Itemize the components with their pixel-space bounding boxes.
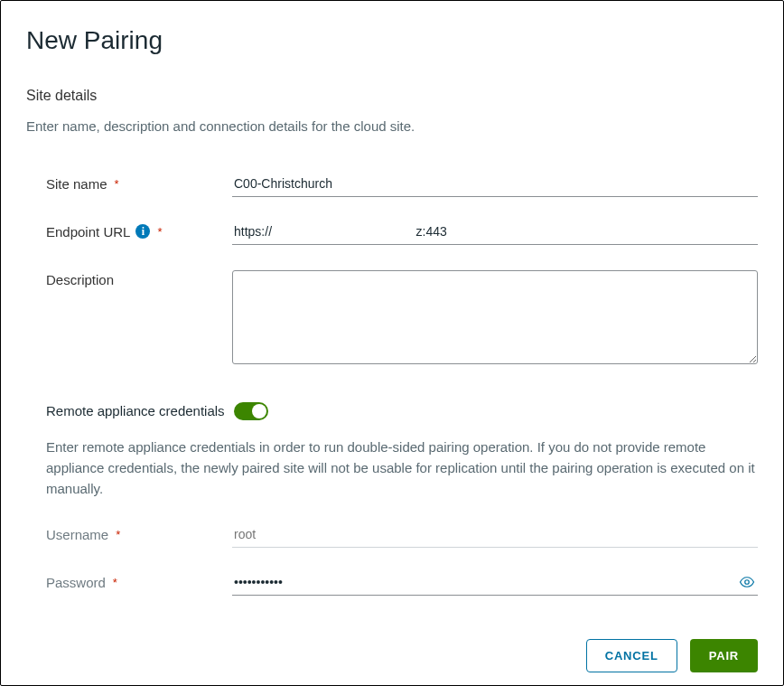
cancel-button[interactable]: CANCEL (586, 639, 677, 672)
credentials-toggle-row: Remote appliance credentials (46, 402, 758, 420)
required-asterisk: * (157, 225, 162, 239)
endpoint-url-label: Endpoint URL i * (46, 222, 232, 240)
password-label-text: Password (46, 575, 106, 590)
endpoint-url-row: Endpoint URL i * (46, 222, 758, 245)
site-details-form: Site name * Endpoint URL i * Description (26, 174, 758, 393)
site-name-row: Site name * (46, 174, 758, 197)
credentials-block: Remote appliance credentials Enter remot… (26, 402, 758, 621)
required-asterisk: * (116, 528, 120, 541)
site-details-heading: Site details (26, 88, 758, 104)
credentials-toggle[interactable] (234, 402, 268, 420)
site-details-helper: Enter name, description and connection d… (26, 117, 758, 136)
password-row: Password * (46, 573, 758, 596)
credentials-toggle-label: Remote appliance credentials (46, 403, 225, 418)
password-input[interactable] (232, 573, 758, 596)
endpoint-url-label-text: Endpoint URL (46, 224, 130, 240)
description-textarea[interactable] (232, 270, 758, 364)
username-row: Username * (46, 525, 758, 548)
dialog-footer: CANCEL PAIR (26, 621, 758, 672)
username-input[interactable] (232, 525, 758, 548)
password-label: Password * (46, 573, 232, 590)
svg-point-0 (745, 579, 750, 584)
new-pairing-dialog: New Pairing Site details Enter name, des… (0, 0, 784, 686)
endpoint-url-input[interactable] (232, 222, 758, 245)
username-label: Username * (46, 525, 232, 542)
show-password-button[interactable] (736, 571, 758, 593)
description-label: Description (46, 270, 232, 287)
eye-icon (739, 574, 755, 590)
site-name-input[interactable] (232, 174, 758, 197)
description-row: Description (46, 270, 758, 368)
username-label-text: Username (46, 527, 108, 542)
dialog-title: New Pairing (26, 26, 758, 55)
site-name-label-text: Site name (46, 176, 107, 192)
credentials-helper: Enter remote appliance credentials in or… (46, 437, 758, 500)
info-icon[interactable]: i (135, 224, 150, 239)
required-asterisk: * (115, 177, 119, 191)
pair-button[interactable]: PAIR (690, 639, 758, 672)
site-name-label: Site name * (46, 174, 232, 192)
required-asterisk: * (113, 576, 117, 589)
